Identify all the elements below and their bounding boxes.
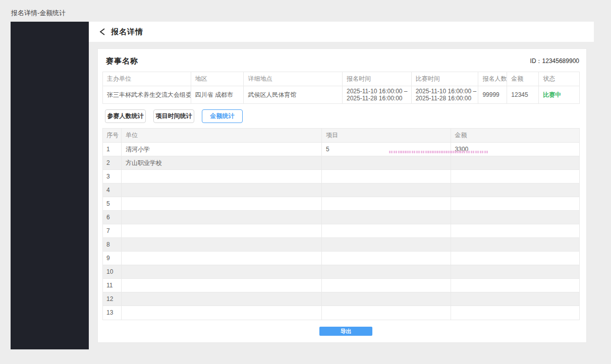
stats-cell-amount: 3300 bbox=[451, 143, 579, 156]
column-header-organizer: 主办单位 bbox=[103, 72, 191, 86]
column-header-no: 序号 bbox=[103, 129, 122, 142]
stats-cell-project bbox=[322, 279, 451, 292]
match-time-end: 2025-11-28 16:00:00 bbox=[416, 95, 474, 102]
event-match-time: 2025-11-10 16:00:00 – 2025-11-28 16:00:0… bbox=[412, 86, 479, 103]
event-table-row: 张三丰杯武术养生交流大会组委会 四川省 成都市 武侯区人民体育馆 2025-11… bbox=[103, 86, 579, 103]
stats-cell-no: 5 bbox=[103, 197, 122, 210]
stats-cell-unit bbox=[122, 306, 322, 320]
stats-cell-amount bbox=[451, 265, 579, 278]
event-summary-table: 主办单位 地区 详细地点 报名时间 比赛时间 报名人数 金额 状态 张三丰杯武术… bbox=[102, 72, 580, 104]
event-organizer: 张三丰杯武术养生交流大会组委会 bbox=[103, 86, 191, 103]
tab-amount-stats[interactable]: 金额统计 bbox=[202, 109, 243, 123]
column-header-project: 项目 bbox=[322, 129, 451, 142]
stats-cell-unit bbox=[122, 238, 322, 251]
table-row: 8 bbox=[103, 238, 579, 252]
stats-cell-unit bbox=[122, 279, 322, 292]
stats-cell-project bbox=[322, 156, 451, 169]
amount-stats-table: 序号 单位 项目 金额 1清河小学533002方山职业学校34567891011… bbox=[102, 128, 580, 320]
signup-time-end: 2025-11-28 16:00:00 bbox=[347, 95, 407, 102]
stats-cell-amount bbox=[451, 279, 579, 292]
detail-card: 赛事名称 ID：12345689900 主办单位 地区 详细地点 报名时间 比赛… bbox=[97, 48, 587, 343]
event-status: 比赛中 bbox=[539, 86, 579, 103]
stats-cell-amount bbox=[451, 252, 579, 265]
table-row: 5 bbox=[103, 197, 579, 211]
back-icon[interactable] bbox=[99, 28, 105, 35]
stats-cell-unit bbox=[122, 252, 322, 265]
table-row: 6 bbox=[103, 211, 579, 224]
stats-cell-unit bbox=[122, 265, 322, 278]
stats-cell-amount bbox=[451, 224, 579, 237]
column-header-row-amount: 金额 bbox=[451, 129, 579, 142]
stats-cell-project bbox=[322, 238, 451, 251]
stats-cell-amount bbox=[451, 292, 579, 306]
stats-cell-no: 3 bbox=[103, 170, 122, 183]
stats-cell-project bbox=[322, 211, 451, 224]
stats-cell-unit bbox=[122, 197, 322, 210]
table-row: 7 bbox=[103, 224, 579, 238]
event-amount: 12345 bbox=[507, 86, 539, 103]
stats-cell-project: 5 bbox=[322, 143, 451, 156]
column-header-venue: 详细地点 bbox=[244, 72, 343, 86]
stats-cell-no: 13 bbox=[103, 306, 122, 320]
export-button[interactable]: 导出 bbox=[319, 327, 372, 336]
stats-cell-amount bbox=[451, 170, 579, 183]
pink-annotation-watermark bbox=[389, 151, 488, 153]
stats-cell-amount bbox=[451, 211, 579, 224]
window-title: 报名详情-金额统计 bbox=[11, 9, 66, 18]
stats-cell-project bbox=[322, 292, 451, 306]
table-row: 12 bbox=[103, 292, 579, 306]
table-row: 2方山职业学校 bbox=[103, 156, 579, 170]
signup-time-start: 2025-11-10 16:00:00 – bbox=[347, 88, 407, 95]
stats-cell-amount bbox=[451, 197, 579, 210]
table-row: 9 bbox=[103, 252, 579, 265]
event-signup-count: 99999 bbox=[478, 86, 507, 103]
event-region: 四川省 成都市 bbox=[191, 86, 244, 103]
stats-cell-no: 4 bbox=[103, 184, 122, 197]
stats-cell-project bbox=[322, 197, 451, 210]
table-row: 11 bbox=[103, 279, 579, 292]
stats-cell-no: 7 bbox=[103, 224, 122, 237]
stats-cell-no: 10 bbox=[103, 265, 122, 278]
table-row: 10 bbox=[103, 265, 579, 279]
column-header-signup-time: 报名时间 bbox=[343, 72, 412, 86]
column-header-amount: 金额 bbox=[507, 72, 539, 86]
stats-cell-project bbox=[322, 306, 451, 320]
event-name-title: 赛事名称 bbox=[106, 56, 138, 66]
table-row: 1清河小学53300 bbox=[103, 143, 579, 156]
stats-cell-project bbox=[322, 184, 451, 197]
sidebar-panel bbox=[11, 22, 89, 349]
stats-cell-amount bbox=[451, 156, 579, 169]
stats-cell-no: 12 bbox=[103, 292, 122, 306]
topbar: 报名详情 bbox=[89, 22, 594, 42]
table-row: 13 bbox=[103, 306, 579, 320]
event-table-header: 主办单位 地区 详细地点 报名时间 比赛时间 报名人数 金额 状态 bbox=[103, 72, 579, 86]
stats-cell-amount bbox=[451, 184, 579, 197]
stats-cell-unit bbox=[122, 292, 322, 306]
stats-cell-project bbox=[322, 224, 451, 237]
tab-project-time-stats[interactable]: 项目时间统计 bbox=[153, 109, 194, 123]
stats-cell-unit: 方山职业学校 bbox=[122, 156, 322, 169]
stats-cell-unit bbox=[122, 224, 322, 237]
tab-participant-count-stats[interactable]: 参赛人数统计 bbox=[105, 109, 146, 123]
stats-cell-unit: 清河小学 bbox=[122, 143, 322, 156]
stats-table-header: 序号 单位 项目 金额 bbox=[103, 129, 579, 143]
event-signup-time: 2025-11-10 16:00:00 – 2025-11-28 16:00:0… bbox=[343, 86, 412, 103]
stats-cell-unit bbox=[122, 184, 322, 197]
stats-cell-amount bbox=[451, 306, 579, 320]
event-id: ID：12345689900 bbox=[530, 57, 579, 66]
stats-cell-unit bbox=[122, 211, 322, 224]
match-time-start: 2025-11-10 16:00:00 – bbox=[416, 88, 474, 95]
stats-cell-no: 1 bbox=[103, 143, 122, 156]
stats-cell-project bbox=[322, 265, 451, 278]
column-header-region: 地区 bbox=[191, 72, 244, 86]
stats-cell-no: 6 bbox=[103, 211, 122, 224]
stats-cell-project bbox=[322, 170, 451, 183]
table-row: 3 bbox=[103, 170, 579, 184]
stats-tabs: 参赛人数统计 项目时间统计 金额统计 bbox=[105, 109, 250, 123]
stats-cell-no: 9 bbox=[103, 252, 122, 265]
stats-cell-no: 8 bbox=[103, 238, 122, 251]
event-venue: 武侯区人民体育馆 bbox=[244, 86, 343, 103]
stats-cell-no: 2 bbox=[103, 156, 122, 169]
column-header-status: 状态 bbox=[539, 72, 579, 86]
stats-cell-amount bbox=[451, 238, 579, 251]
